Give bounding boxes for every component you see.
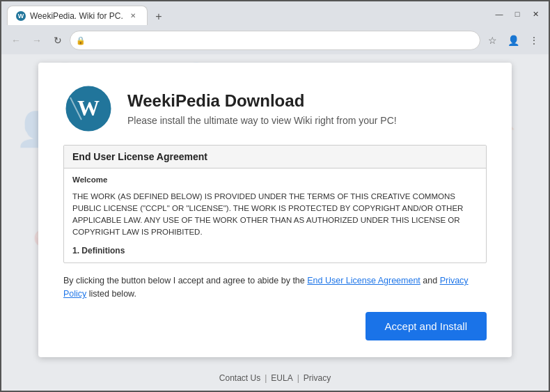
eula-link[interactable]: End User License Agreement: [307, 276, 421, 285]
page-content: 🔍 🌐 Ⓦ ☁ 👤 💬 📡 🏠 📍 Ⓦ ⚙ 🔍 🐟 W: [1, 54, 549, 366]
main-card: W WeekiPedia Download Please install the…: [38, 63, 512, 357]
tab-bar: W WeekiPedia. Wiki for PC. ✕ +: [7, 3, 492, 25]
close-button[interactable]: ✕: [528, 6, 543, 22]
lock-icon: 🔒: [76, 36, 86, 45]
back-button[interactable]: ←: [7, 31, 25, 49]
nav-actions: ☆ 👤 ⋮: [483, 31, 543, 49]
footer: Contact Us | EULA | Privacy: [1, 366, 549, 391]
eula-title: End User License Agreement: [64, 146, 486, 168]
menu-button[interactable]: ⋮: [525, 31, 543, 49]
footer-sep1: |: [265, 373, 267, 383]
footer-eula-link[interactable]: EULA: [271, 373, 292, 383]
footer-contact-link[interactable]: Contact Us: [219, 373, 260, 383]
new-tab-button[interactable]: +: [150, 8, 167, 25]
accept-install-button[interactable]: Accept and Install: [366, 312, 487, 340]
footer-privacy-link[interactable]: Privacy: [304, 373, 331, 383]
eula-section1-title: 1. Definitions: [72, 244, 478, 257]
eula-welcome: Welcome: [72, 174, 478, 186]
tab-favicon: W: [16, 11, 26, 21]
bookmark-button[interactable]: ☆: [483, 31, 501, 49]
window-controls: — □ ✕: [492, 6, 543, 22]
footer-sep2: |: [297, 373, 299, 383]
agreement-suffix: listed below.: [86, 289, 136, 299]
agreement-section: By clicking the button below I accept an…: [63, 274, 487, 301]
forward-button[interactable]: →: [28, 31, 46, 49]
profile-button[interactable]: 👤: [504, 31, 522, 49]
maximize-button[interactable]: □: [510, 6, 525, 22]
header-section: W WeekiPedia Download Please install the…: [63, 84, 487, 134]
eula-box: End User License Agreement Welcome THE W…: [63, 145, 487, 263]
eula-section1-text: "Adaptation" means a work based upon the…: [72, 260, 478, 263]
minimize-button[interactable]: —: [492, 6, 507, 22]
agreement-mid: and: [421, 276, 440, 285]
page-title: WeekiPedia Download: [127, 91, 397, 111]
browser-window: W WeekiPedia. Wiki for PC. ✕ + — □ ✕ ← →…: [0, 0, 550, 392]
address-bar[interactable]: 🔒: [70, 31, 480, 50]
page-subtitle: Please install the ultimate way to view …: [127, 115, 397, 126]
agreement-prefix: By clicking the button below I accept an…: [63, 276, 307, 285]
refresh-button[interactable]: ↻: [49, 31, 67, 49]
title-bar: W WeekiPedia. Wiki for PC. ✕ + — □ ✕: [1, 1, 549, 26]
nav-bar: ← → ↻ 🔒 ☆ 👤 ⋮: [1, 26, 549, 54]
tab-title-text: WeekiPedia. Wiki for PC.: [30, 11, 123, 21]
header-text: WeekiPedia Download Please install the u…: [127, 91, 397, 126]
active-tab[interactable]: W WeekiPedia. Wiki for PC. ✕: [7, 6, 148, 25]
tab-close-button[interactable]: ✕: [127, 10, 139, 22]
eula-paragraph1: THE WORK (AS DEFINED BELOW) IS PROVIDED …: [72, 191, 478, 239]
weekipedia-logo: W: [63, 84, 113, 134]
eula-body[interactable]: Welcome THE WORK (AS DEFINED BELOW) IS P…: [64, 168, 486, 262]
